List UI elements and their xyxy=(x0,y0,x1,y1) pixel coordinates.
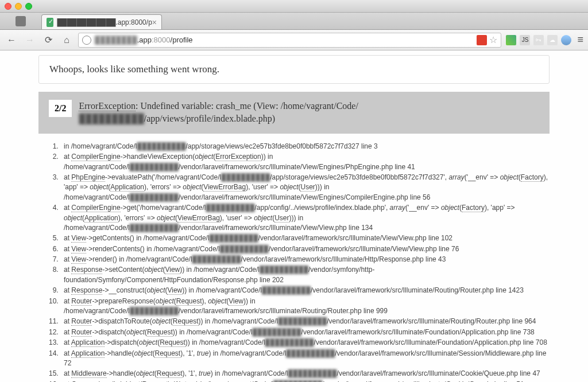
browser-toolbar: ← → ⟳ ⌂ ████████.app:8000/profile ☆ JS 🗝… xyxy=(0,30,588,50)
flash-icon[interactable] xyxy=(477,35,487,45)
url-host: ████████ xyxy=(95,36,137,44)
trace-frame: at Response->setContent(object(View)) in… xyxy=(60,265,550,285)
trace-frame: at Middleware->handle(object(Request), '… xyxy=(60,369,550,379)
trace-frame: at View->getContents() in /home/vagrant/… xyxy=(60,233,550,243)
tab-close-icon[interactable]: × xyxy=(152,18,157,27)
globe-icon xyxy=(82,36,91,45)
bookmark-star-icon[interactable]: ☆ xyxy=(489,34,497,45)
favicon-icon xyxy=(47,18,53,27)
address-bar[interactable]: ████████.app:8000/profile ☆ xyxy=(78,33,501,48)
trace-frame: at PhpEngine->evaluatePath('/home/vagran… xyxy=(60,173,550,202)
close-window-button[interactable] xyxy=(5,3,11,10)
home-button[interactable]: ⌂ xyxy=(60,33,74,47)
trace-frame: at Queue->handle(object(Request), '1', t… xyxy=(60,380,550,382)
reload-button[interactable]: ⟳ xyxy=(41,33,55,47)
trace-frame: at View->renderContents() in /home/vagra… xyxy=(60,244,550,254)
exception-message: ErrorException: Undefined variable: cras… xyxy=(79,100,539,126)
chrome-menu-icon[interactable]: ≡ xyxy=(577,34,583,46)
exception-count-badge: 2/2 xyxy=(49,100,72,117)
trace-frame: at CompilerEngine->handleViewException(o… xyxy=(60,152,550,172)
extension-cloud-icon[interactable]: ☁ xyxy=(547,35,558,45)
extension-globe-icon[interactable] xyxy=(561,35,571,45)
minimize-window-button[interactable] xyxy=(15,3,22,10)
page-viewport[interactable]: Whoops, looks like something went wrong.… xyxy=(0,50,588,382)
extension-icon[interactable] xyxy=(506,35,516,45)
trace-frame: at Router->dispatchToRoute(object(Reques… xyxy=(60,317,550,326)
trace-frame: at Router->dispatch(object(Request)) in … xyxy=(60,328,550,337)
trace-frame: at CompilerEngine->get('/home/vagrant/Co… xyxy=(60,203,550,233)
browser-tabstrip: ████████████.app:8000/p × xyxy=(0,13,588,30)
trace-frame: at Response->__construct(object(View)) i… xyxy=(60,286,550,295)
forward-button[interactable]: → xyxy=(23,33,37,47)
whoops-header: Whoops, looks like something went wrong. xyxy=(38,55,550,84)
tab-title: ████████████.app:8000/p xyxy=(57,18,152,26)
extension-js-icon[interactable]: JS xyxy=(520,35,530,45)
trace-frame: at Application->handle(object(Request), … xyxy=(60,349,550,369)
macos-titlebar xyxy=(0,0,588,13)
extension-key-icon[interactable]: 🗝 xyxy=(533,35,544,45)
browser-tab[interactable]: ████████████.app:8000/p × xyxy=(41,14,162,29)
trace-frame: at Router->prepareResponse(object(Reques… xyxy=(60,297,550,317)
apps-icon[interactable] xyxy=(16,16,26,26)
trace-frame: at Application->dispatch(object(Request)… xyxy=(60,338,550,348)
exception-panel: 2/2 ErrorException: Undefined variable: … xyxy=(38,92,550,134)
trace-frame: at View->render() in /home/vagrant/Code/… xyxy=(60,255,550,264)
back-button[interactable]: ← xyxy=(5,33,18,47)
zoom-window-button[interactable] xyxy=(25,3,32,10)
trace-frame: in /home/vagrant/Code/l██████████/app/st… xyxy=(60,142,550,151)
stack-trace: in /home/vagrant/Code/l██████████/app/st… xyxy=(38,142,550,382)
